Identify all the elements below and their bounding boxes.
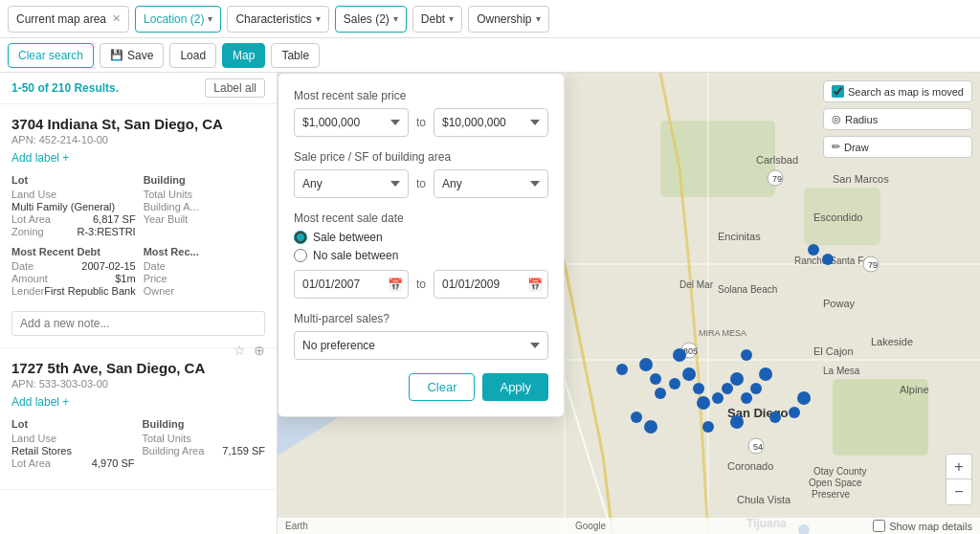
property-apn: APN: 533-303-03-00 <box>11 378 205 389</box>
chip-debt[interactable]: Debt ▾ <box>412 6 462 33</box>
top-filter-bar: Current map area ✕ Location (2) ▾ Charac… <box>0 0 980 38</box>
chip-debt-label: Debt <box>421 12 445 26</box>
radio-no-sale-between-input[interactable] <box>294 249 307 262</box>
sale-price-row: Price <box>144 273 265 284</box>
debt-date-row: Date 2007-02-15 <box>11 260 136 272</box>
chip-ownership[interactable]: Ownership ▾ <box>468 6 548 33</box>
sf-from-select[interactable]: Any $50 $100 $200 <box>294 169 409 198</box>
svg-point-60 <box>797 391 811 405</box>
land-use-val-row: Retail Stores <box>11 445 135 456</box>
svg-text:Open Space: Open Space <box>809 478 862 488</box>
date-from-wrap: 📅 <box>294 270 409 299</box>
map-label: Map <box>233 49 255 62</box>
zoom-in-button[interactable]: + <box>947 455 971 479</box>
svg-text:Escondido: Escondido <box>813 211 862 223</box>
chip-location[interactable]: Location (2) ▾ <box>135 6 221 33</box>
land-use-label: Land Use <box>11 189 56 200</box>
svg-text:Alpine: Alpine <box>900 384 929 395</box>
export-icon[interactable]: ⊕ <box>254 343 265 358</box>
search-as-moved-control[interactable]: Search as map is moved <box>823 80 972 102</box>
search-as-moved-label: Search as map is moved <box>848 86 964 98</box>
price-from-select[interactable]: $1,000,000 Any $500,000 $2,000,000 $5,00… <box>294 108 409 137</box>
total-units-label: Total Units <box>144 189 192 200</box>
svg-text:Encinitas: Encinitas <box>718 231 761 242</box>
map-area[interactable]: Carlsbad San Marcos Escondido Encinitas … <box>278 73 980 534</box>
zoning-row: Zoning R-3:RESTRI <box>11 226 136 237</box>
multi-parcel-select[interactable]: No preference Yes No <box>294 331 548 360</box>
map-footer: Earth Google Show map details <box>278 518 980 534</box>
chip-characteristics-label: Characteristics <box>235 12 311 26</box>
building-area-label: Building A... <box>144 201 199 212</box>
zoom-out-button[interactable]: − <box>947 479 971 504</box>
property-address: 1727 5th Ave, San Diego, CA <box>11 360 205 376</box>
apply-button[interactable]: Apply <box>482 373 548 401</box>
radio-sale-between-input[interactable] <box>294 231 307 244</box>
map-button[interactable]: Map <box>222 43 265 68</box>
load-button[interactable]: Load <box>169 43 216 68</box>
add-label-button[interactable]: Add label + <box>11 151 265 165</box>
chip-characteristics[interactable]: Characteristics ▾ <box>227 6 328 33</box>
results-showing: 1-50 <box>11 81 34 95</box>
chevron-down-icon: ▾ <box>316 13 321 24</box>
debt-lender-label: Lender <box>11 285 44 297</box>
dropdown-actions: Clear Apply <box>294 373 548 401</box>
google-label: Google <box>575 521 606 531</box>
search-as-moved-checkbox[interactable] <box>832 85 844 98</box>
svg-point-44 <box>669 378 680 389</box>
sale-title: Most Rec... <box>144 246 265 257</box>
map-controls: Search as map is moved ◎ Radius ✏ Draw <box>823 80 972 158</box>
note-input[interactable] <box>11 311 265 336</box>
sf-range-row: Any $50 $100 $200 to Any $50 $100 $200 <box>294 169 548 198</box>
svg-point-42 <box>650 373 661 385</box>
sale-date-section: Most recent sale date Sale between No sa… <box>294 211 548 299</box>
building-title: Building <box>143 418 266 430</box>
svg-point-46 <box>693 383 704 394</box>
sale-owner-row: Owner <box>144 285 265 297</box>
svg-point-41 <box>639 358 653 371</box>
price-to-select[interactable]: $10,000,000 Any $500,000 $1,000,000 $2,0… <box>434 108 548 137</box>
add-label-button[interactable]: Add label + <box>11 395 265 409</box>
label-all-button[interactable]: Label all <box>205 78 265 98</box>
svg-point-40 <box>822 254 834 265</box>
sale-date-row: Date <box>144 260 265 272</box>
multi-parcel-label: Multi-parcel sales? <box>294 312 548 325</box>
chevron-down-icon: ▾ <box>536 13 541 24</box>
show-map-details-control[interactable]: Show map details <box>873 520 972 532</box>
property-address: 3704 Indiana St, San Diego, CA <box>11 116 223 132</box>
table-button[interactable]: Table <box>271 43 320 68</box>
main-layout: 1-50 of 210 Results. Label all 3704 Indi… <box>0 73 980 534</box>
debt-lender-val: First Republic Bank <box>44 285 135 297</box>
svg-text:Poway: Poway <box>823 298 856 309</box>
show-map-details-checkbox[interactable] <box>873 520 885 532</box>
svg-text:Otay County: Otay County <box>813 466 867 477</box>
sale-price-section: Most recent sale price $1,000,000 Any $5… <box>294 89 548 137</box>
save-button[interactable]: 💾 Save <box>100 43 164 68</box>
bookmark-icon[interactable]: ☆ <box>234 343 246 358</box>
building-area-row: Building A... <box>144 201 265 212</box>
lot-area-row: Lot Area 6,817 SF <box>11 213 136 225</box>
results-header: 1-50 of 210 Results. Label all <box>0 73 277 104</box>
sale-date-label: Most recent sale date <box>294 211 548 225</box>
radio-sale-between[interactable]: Sale between <box>294 231 548 244</box>
svg-text:Preserve: Preserve <box>812 489 850 500</box>
radio-no-sale-between[interactable]: No sale between <box>294 249 548 262</box>
land-use-row: Land Use <box>11 433 135 444</box>
chip-sales[interactable]: Sales (2) ▾ <box>335 6 407 33</box>
sf-to-select[interactable]: Any $50 $100 $200 <box>434 169 548 198</box>
svg-point-63 <box>673 348 686 362</box>
date-to-input[interactable] <box>434 270 548 299</box>
close-icon[interactable]: ✕ <box>112 12 121 25</box>
date-range-row: 📅 to 📅 <box>294 270 548 299</box>
clear-button[interactable]: Clear <box>409 373 475 401</box>
svg-text:79: 79 <box>772 174 782 184</box>
debt-lender-row: Lender First Republic Bank <box>11 285 136 297</box>
svg-point-53 <box>759 367 772 381</box>
chip-current-map[interactable]: Current map area ✕ <box>8 6 129 33</box>
date-from-input[interactable] <box>294 270 409 299</box>
sale-price-label: Price <box>144 273 167 284</box>
clear-search-button[interactable]: Clear search <box>8 43 94 68</box>
svg-text:La Mesa: La Mesa <box>823 366 860 376</box>
radius-button[interactable]: ◎ Radius <box>823 108 972 130</box>
chip-ownership-label: Ownership <box>477 12 531 26</box>
draw-button[interactable]: ✏ Draw <box>823 136 972 158</box>
